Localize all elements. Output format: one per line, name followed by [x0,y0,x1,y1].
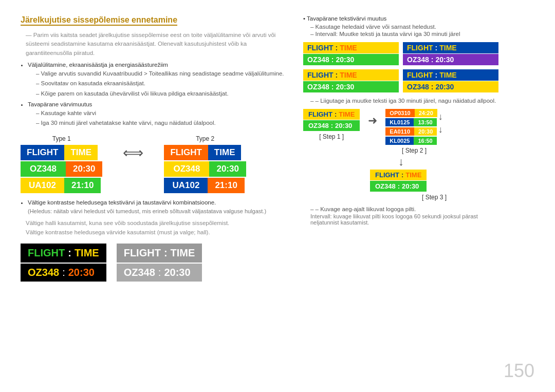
rfbox3-oz: OZ348 [307,83,329,91]
step2-grid: OP0310 24:20 KL0125 13:50 EA0110 20:30 [385,109,437,145]
step3-time: TIME [405,171,421,179]
type1-flight-label: FLIGHT [21,145,64,160]
lb1-colon: : [68,247,71,259]
note3-text: (Heledus: näitab värvi heledust või tume… [28,208,266,214]
large-box-grey: FLIGHT : TIME OZ348 : 20:30 [117,244,202,282]
sub-item-1-2: Soovitatav on kasutada ekraanisäästjat. [36,79,288,88]
lb1-val: 20:30 [68,267,95,278]
step2-label: [ Step 2 ] [385,147,443,154]
s2-1650: 16:50 [414,137,436,145]
s2-kl0025: KL0025 [385,137,414,145]
step3-val: 20:30 [402,182,419,190]
rfbox3-flight: FLIGHT [307,71,334,79]
type2-block: Type 2 FLIGHT TIME OZ348 20:30 UA102 21:… [164,135,246,193]
type2-time2: 21:10 [208,178,244,193]
type2-time1: 20:30 [209,161,246,177]
rfbox4-oz: OZ348 [407,83,429,91]
s2-op0310: OP0310 [385,109,414,117]
sub-item-2-1: Kasutage kahte värvi [36,109,288,118]
lb1-oz: OZ348 [28,267,59,278]
step1-val: 20:30 [335,122,352,129]
left-column: Järelkujutise sissepõlemise ennetamine —… [21,15,288,282]
rfbox-1: FLIGHT : TIME OZ348 : 20:30 [303,42,399,65]
rfbox1-oz: OZ348 [307,55,329,64]
steps-section: FLIGHT : TIME OZ348 : 20:30 [ Step 1 ] ➜ [303,109,498,201]
step2-arrows: ↓ ↓ [438,109,443,135]
lb2-val: 20:30 [164,267,190,278]
step1-block: FLIGHT : TIME OZ348 : 20:30 [ Step 1 ] [303,109,360,140]
type1-time1: 20:30 [66,161,102,177]
rfbox2-val: 20:30 [435,55,454,64]
type1-time-label: TIME [64,145,98,160]
intro-text: — Parim viis kaitsta seadet järelkujutis… [21,31,288,58]
sub-item-1-1: Valige arvutis suvandid Kuvaatribuudid >… [36,69,288,78]
rfbox1-time: TIME [340,44,357,52]
type1-block: Type 1 FLIGHT TIME OZ348 20:30 UA102 21:… [21,135,102,193]
lb1-flight: FLIGHT [28,247,65,259]
large-box-black: FLIGHT : TIME OZ348 : 20:30 [21,244,106,282]
type1-time2: 21:10 [64,178,101,193]
lb1-time: TIME [75,247,99,259]
rfbox2-time: TIME [439,44,456,52]
emdash2-text: Vältige kontrastse heledusega värvide ka… [21,229,288,235]
step2to3-arrow: ↓ [398,155,404,168]
step1-col: : [335,110,337,118]
type2-box: FLIGHT TIME OZ348 20:30 UA102 21:10 [164,145,246,193]
right-note: – Liigutage ja muutke teksti iga 30 minu… [303,98,498,104]
bottom-note1: – Kuvage aeg-ajalt liikuvat logoga pilti… [303,206,498,212]
sub-item-2-2: Iga 30 minuti järel vahetatakse kahte vä… [36,119,288,127]
rfbox-3: FLIGHT : TIME OZ348 : 20:30 [303,69,399,92]
emdash1-text: Vältige halli kasutamist, kuna see võib … [21,220,288,226]
right-column: Tavapärane tekstivärvi muutus Kasutage h… [303,15,498,282]
bottom-boxes: FLIGHT : TIME OZ348 : 20:30 FLIGHT : TIM… [21,244,288,282]
step3-bc: : [398,182,400,190]
rfbox4-time: TIME [439,71,456,79]
s2-1350: 13:50 [414,118,436,126]
down-arrow-2: ↓ [438,124,443,135]
right-sub1: Kasutage heledaid värve või sarnast hele… [303,24,498,30]
type2-time-label: TIME [208,145,242,160]
right-bullet1: Tavapärane tekstivärvi muutus [303,15,498,22]
type1-label: Type 1 [21,135,102,142]
swap-arrow: ⟺ [118,144,149,161]
step3-box: FLIGHT : TIME OZ348 : 20:30 [370,170,427,192]
page-title: Järelkujutise sissepõlemise ennetamine [21,15,177,26]
lb1-bcolon: : [62,267,65,278]
page-number: 150 [504,360,534,382]
type2-label: Type 2 [164,135,246,142]
rfbox4-flight: FLIGHT [407,71,433,79]
right-flight-grid: FLIGHT : TIME OZ348 : 20:30 FLIGHT : TIM… [303,42,498,92]
step3-flight: FLIGHT [375,171,399,179]
rfbox2-oz: OZ348 [407,55,429,64]
lb2-bcolon: : [158,267,161,278]
rfbox2-flight: FLIGHT [407,44,433,52]
step3-oz: OZ348 [375,182,396,190]
type2-oz: OZ348 [164,161,209,177]
right-sub2: Intervall: Muutke teksti ja tausta värvi… [303,31,498,37]
step1-time: TIME [339,110,355,118]
step1-bc: : [331,122,333,129]
step1-oz: OZ348 [308,122,329,129]
rfbox1-val: 20:30 [336,55,354,64]
step1-box: FLIGHT : TIME OZ348 : 20:30 [303,109,360,131]
type-comparison: Type 1 FLIGHT TIME OZ348 20:30 UA102 21:… [21,135,288,193]
bullet-item-3: Vältige kontrastse heledusega tekstivärv… [28,198,288,216]
bottom-note2: Intervall: kuvage liikuvat pilti koos lo… [303,213,498,226]
lb2-colon: : [164,247,168,259]
s2-ea0110: EA0110 [385,127,414,136]
step3-label: [ Step 3 ] [370,194,498,201]
rfbox-2: FLIGHT : TIME OZ348 : 20:30 [403,42,498,65]
rfbox-4: FLIGHT : TIME OZ348 : 20:30 [403,69,498,92]
bullet-item-1: Väljalülitamine, ekraanisäästja ja energ… [28,61,288,98]
bullet-item-2: Tavapärane värvimuutus Kasutage kahte vä… [28,100,288,128]
s2-2030: 20:30 [414,127,437,136]
sub-item-1-3: Kõige parem on kasutada ühevärvilist või… [36,89,288,98]
rfbox1-flight: FLIGHT [307,44,334,52]
type2-flight-label: FLIGHT [164,145,208,160]
type1-box: FLIGHT TIME OZ348 20:30 UA102 21:10 [21,145,102,193]
step3-col: : [401,171,403,179]
s2-kl0125: KL0125 [385,118,414,126]
lb2-oz: OZ348 [124,267,155,278]
type1-ua: UA102 [21,178,64,193]
rfbox3-time: TIME [340,71,357,79]
